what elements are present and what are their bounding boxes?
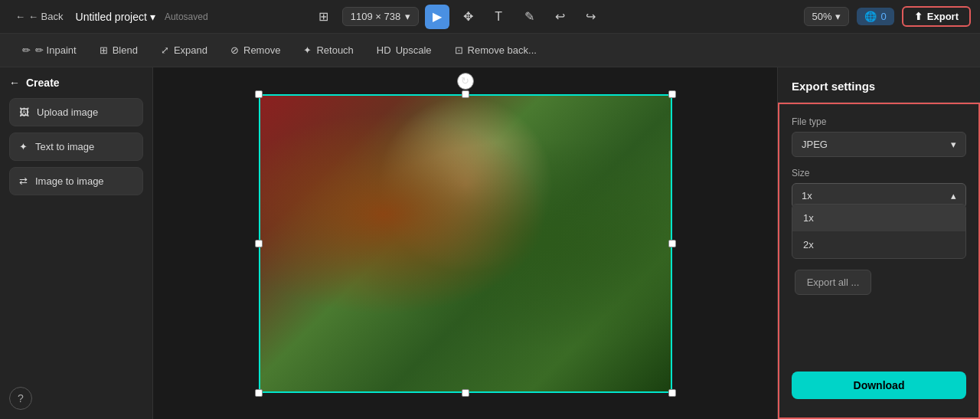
- resize-handle-bottom-left[interactable]: [255, 389, 263, 397]
- canvas-area[interactable]: ↻: [153, 67, 777, 419]
- remove-label: Remove: [243, 44, 280, 56]
- topbar: ← ← Back Untitled project ▾ Autosaved ⊞ …: [0, 0, 980, 34]
- resize-handle-top-right[interactable]: [668, 90, 676, 98]
- resize-handle-bottom-right[interactable]: [668, 389, 676, 397]
- text-to-image-icon: ✦: [19, 141, 28, 152]
- retouch-icon: ✦: [303, 44, 312, 56]
- expand-button[interactable]: ⤢ Expand: [151, 40, 217, 61]
- zoom-chevron: ▾: [835, 11, 841, 22]
- download-label: Download: [854, 379, 905, 391]
- topbar-right: 50% ▾ 🌐 0 ⬆ Export: [804, 6, 971, 27]
- expand-icon: ⤢: [161, 44, 169, 56]
- size-1x-label: 1x: [803, 212, 814, 224]
- resize-handle-top-middle[interactable]: [462, 90, 469, 98]
- resize-handle-bottom-middle[interactable]: [462, 389, 469, 397]
- main-area: ← Create 🖼 Upload image ✦ Text to image …: [0, 67, 980, 419]
- canvas-size-value: 1109 × 738: [351, 11, 400, 22]
- hd-upscale-label: Upscale: [396, 44, 432, 56]
- resize-handle-middle-right[interactable]: [668, 240, 676, 247]
- remove-bg-icon: ⊡: [455, 44, 463, 56]
- autosaved-status: Autosaved: [165, 11, 208, 22]
- remove-background-button[interactable]: ⊡ Remove back...: [445, 40, 547, 61]
- globe-count: 0: [881, 11, 887, 22]
- file-type-select[interactable]: JPEG ▾: [792, 132, 966, 157]
- sidebar-item-image-to-image[interactable]: ⇄ Image to image: [9, 167, 143, 195]
- chevron-down-icon: ▾: [150, 11, 155, 23]
- inpaint-label: ✏ Inpaint: [35, 44, 77, 56]
- export-label: Export: [927, 11, 959, 22]
- select-tool-button[interactable]: ▶: [425, 5, 449, 29]
- back-label: ← Back: [28, 11, 64, 22]
- export-panel-title: Export settings: [778, 67, 980, 103]
- globe-icon: 🌐: [864, 11, 877, 22]
- export-panel: Export settings File type JPEG ▾ Size 1x…: [777, 67, 980, 419]
- size-label: Size: [792, 168, 966, 178]
- pen-tool-button[interactable]: ✎: [517, 5, 541, 29]
- size-chevron: ▴: [951, 190, 956, 201]
- help-button[interactable]: ?: [9, 387, 32, 410]
- canvas-size-button[interactable]: 1109 × 738 ▾: [342, 7, 419, 26]
- text-tool-button[interactable]: T: [486, 5, 511, 29]
- export-all-button[interactable]: Export all ...: [795, 270, 871, 295]
- move-tool-button[interactable]: ✥: [456, 5, 480, 29]
- blend-label: Blend: [113, 44, 138, 56]
- blend-button[interactable]: ⊞ Blend: [90, 40, 148, 61]
- image-to-image-icon: ⇄: [19, 175, 28, 187]
- upload-image-label: Upload image: [37, 106, 98, 118]
- canvas-container: ↻: [259, 94, 672, 393]
- export-upload-icon: ⬆: [914, 11, 923, 22]
- remove-button[interactable]: ⊘ Remove: [220, 40, 290, 61]
- size-field: Size 1x ▴ 1x 2x: [792, 168, 966, 259]
- hd-upscale-button[interactable]: HD Upscale: [367, 40, 442, 61]
- image-to-image-label: Image to image: [35, 175, 104, 187]
- export-button[interactable]: ⬆ Export: [902, 6, 971, 27]
- rotate-handle[interactable]: ↻: [457, 73, 474, 90]
- resize-handle-top-left[interactable]: [255, 90, 263, 98]
- remove-icon: ⊘: [230, 44, 239, 56]
- back-button[interactable]: ← ← Back: [9, 8, 70, 25]
- upload-image-icon: 🖼: [19, 106, 29, 118]
- create-label: Create: [26, 77, 60, 89]
- size-2x-label: 2x: [803, 239, 814, 250]
- size-option-2x[interactable]: 2x: [792, 231, 965, 258]
- project-name-text: Untitled project: [76, 11, 147, 23]
- back-arrow-icon: ←: [15, 11, 25, 22]
- download-button[interactable]: Download: [792, 372, 966, 399]
- sidebar-item-upload-image[interactable]: 🖼 Upload image: [9, 98, 143, 126]
- resize-handle-middle-left[interactable]: [255, 240, 263, 247]
- help-icon: ?: [18, 392, 24, 404]
- export-all-label: Export all ...: [807, 277, 860, 288]
- topbar-left: ← ← Back Untitled project ▾ Autosaved: [9, 8, 208, 25]
- undo-button[interactable]: ↩: [547, 5, 572, 29]
- blend-icon: ⊞: [100, 44, 108, 56]
- sidebar: ← Create 🖼 Upload image ✦ Text to image …: [0, 67, 153, 419]
- text-to-image-label: Text to image: [35, 141, 94, 152]
- hd-icon: HD: [377, 44, 391, 56]
- expand-label: Expand: [174, 44, 207, 56]
- size-dropdown: 1x 2x: [792, 204, 966, 259]
- project-name[interactable]: Untitled project ▾: [76, 11, 155, 23]
- create-arrow-icon: ←: [9, 77, 20, 89]
- redo-button[interactable]: ↪: [578, 5, 603, 29]
- tool-toolbar: ✏ ✏ Inpaint ⊞ Blend ⤢ Expand ⊘ Remove ✦ …: [0, 34, 980, 67]
- canvas-image-content: [260, 96, 671, 391]
- remove-bg-label: Remove back...: [468, 44, 537, 56]
- retouch-label: Retouch: [316, 44, 353, 56]
- sidebar-item-text-to-image[interactable]: ✦ Text to image: [9, 133, 143, 161]
- retouch-button[interactable]: ✦ Retouch: [293, 40, 363, 61]
- inpaint-icon: ✏: [22, 44, 31, 56]
- canvas-size-chevron: ▾: [405, 11, 410, 22]
- inpaint-button[interactable]: ✏ ✏ Inpaint: [12, 40, 87, 61]
- zoom-control[interactable]: 50% ▾: [804, 7, 849, 26]
- canvas-image: [259, 94, 672, 393]
- size-value: 1x: [802, 190, 812, 201]
- resize-tool-button[interactable]: ⊞: [312, 5, 336, 29]
- file-type-field: File type JPEG ▾: [792, 116, 966, 157]
- sidebar-bottom: ?: [9, 387, 143, 410]
- export-panel-content: File type JPEG ▾ Size 1x ▴ 1x 2x: [778, 103, 980, 419]
- file-type-chevron: ▾: [951, 139, 956, 150]
- file-type-label: File type: [792, 116, 966, 127]
- globe-button[interactable]: 🌐 0: [857, 8, 894, 25]
- sidebar-header: ← Create: [9, 77, 143, 89]
- size-option-1x[interactable]: 1x: [792, 205, 965, 231]
